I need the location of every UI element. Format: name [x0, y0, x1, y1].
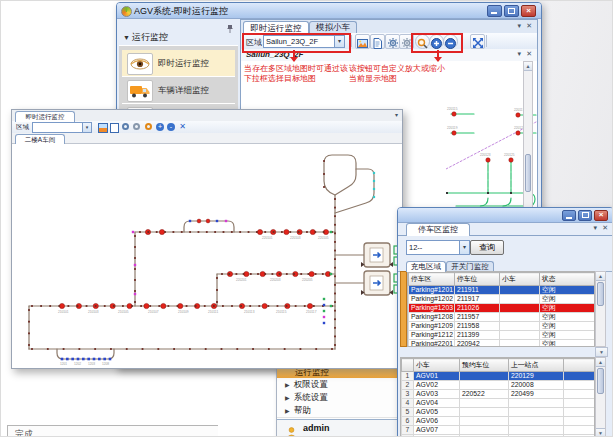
- zoom-out-button[interactable]: [443, 34, 458, 49]
- parking-window-titlebar[interactable]: ×: [398, 208, 613, 223]
- col-header-status[interactable]: 状态: [540, 273, 595, 286]
- panel-close-icon[interactable]: ✕: [526, 50, 532, 58]
- main-window-titlebar[interactable]: AGV系统-即时运行监控 ×: [117, 3, 541, 19]
- diagram-subtab[interactable]: 二楼A车间: [15, 134, 65, 144]
- table-row[interactable]: Parking#2201220942空闲: [409, 340, 595, 348]
- parking-table-body: Parking#1201211911空闲Parking#1202211917空闲…: [409, 286, 595, 348]
- user-row[interactable]: admin: [277, 420, 402, 437]
- tab-simulate-cart[interactable]: 模拟小车: [309, 21, 357, 33]
- region-label: 区域: [16, 123, 29, 132]
- table-row[interactable]: Parking#1209211958空闲: [409, 322, 595, 331]
- table-row[interactable]: Parking#1202211917空闲: [409, 295, 595, 304]
- region-combobox[interactable]: ▾: [32, 122, 92, 133]
- svg-text:210113: 210113: [244, 310, 255, 314]
- settings-button[interactable]: [385, 34, 400, 49]
- region-combobox[interactable]: Sailun_23Q_2F ▾: [263, 35, 345, 48]
- scrollbar-thumb[interactable]: [597, 282, 604, 306]
- nav-item-help[interactable]: ▶帮助: [277, 404, 402, 418]
- scrollbar-thumb[interactable]: [597, 368, 604, 394]
- table-row[interactable]: 7AGV07: [402, 426, 596, 435]
- panel-close-icon[interactable]: ✕: [526, 22, 532, 30]
- map-image-button[interactable]: [355, 34, 370, 49]
- route-network-canvas[interactable]: 2101012101032101052101072101092101112101…: [14, 143, 400, 366]
- document-icon[interactable]: [110, 123, 119, 133]
- minimize-button[interactable]: [562, 210, 576, 221]
- table-row[interactable]: Parking#1212211399空闲: [409, 331, 595, 340]
- fit-view-button[interactable]: [470, 34, 485, 49]
- panel-close-icon[interactable]: ✕: [602, 224, 608, 232]
- map-toolbar: 区域 Sailun_23Q_2F ▾: [241, 33, 537, 50]
- sidebar-item-vehicle-detail[interactable]: 车辆详细监控: [122, 77, 235, 105]
- svg-text:220201: 220201: [236, 278, 247, 282]
- svg-text:220101: 220101: [262, 236, 273, 240]
- nav-item-system-settings[interactable]: ▶系统设置: [277, 391, 402, 405]
- table-row[interactable]: Parking#1201211911空闲: [409, 286, 595, 295]
- sidebar-item-label: 即时运行监控: [158, 58, 209, 70]
- svg-text:1203: 1203: [88, 362, 95, 366]
- orange-strip: [400, 271, 407, 347]
- panel-menu-icon[interactable]: ▾: [395, 111, 398, 118]
- scroll-down-icon[interactable]: ▼: [596, 428, 605, 437]
- panel-menu-icon[interactable]: ▾: [593, 224, 597, 232]
- col-header-reserved-spot[interactable]: 预约车位: [460, 359, 509, 372]
- svg-text:210117: 210117: [306, 310, 317, 314]
- scroll-down-icon[interactable]: ▼: [595, 347, 608, 357]
- maximize-button[interactable]: [504, 5, 519, 17]
- tab-parking-monitor[interactable]: 停车区监控: [406, 223, 470, 236]
- table-row[interactable]: 1AGV01220129: [402, 372, 596, 381]
- table-row[interactable]: 4AGV04: [402, 399, 596, 408]
- scroll-up-icon[interactable]: ▲: [524, 62, 532, 71]
- col-header-parking-spot[interactable]: 停车位: [455, 273, 500, 286]
- sidebar-pin[interactable]: [226, 20, 234, 38]
- scrollbar-thumb[interactable]: [525, 154, 531, 192]
- panel-menu-icon[interactable]: ▾: [517, 50, 521, 58]
- svg-text:1208: 1208: [102, 362, 109, 366]
- copy-view-button[interactable]: [370, 34, 385, 49]
- col-header-parking-area[interactable]: 停车区: [409, 273, 455, 286]
- annotation-text-dropdown: 当存在多区域地图时可通过该 下拉框选择目标地图: [244, 64, 348, 84]
- table-row[interactable]: 6AGV06: [402, 417, 596, 426]
- agv-table: 小车 预约车位 上一站点 1AGV012201292AGV022200083AG…: [401, 358, 595, 437]
- parking-table-scrollbar[interactable]: ▲: [595, 271, 606, 347]
- table-row[interactable]: Parking#1208211957空闲: [409, 313, 595, 322]
- minimize-button[interactable]: [487, 5, 502, 17]
- svg-text:210109: 210109: [178, 310, 189, 314]
- close-button[interactable]: ×: [594, 210, 608, 221]
- close-button[interactable]: ×: [521, 5, 536, 17]
- custom-zoom-button[interactable]: [415, 34, 430, 49]
- col-header-cart[interactable]: 小车: [414, 359, 460, 372]
- fit-arrows-icon[interactable]: ✕: [178, 122, 187, 131]
- plus-icon[interactable]: +: [156, 123, 164, 131]
- gear-icon[interactable]: [133, 123, 140, 130]
- table-row[interactable]: Parking#1203211026空闲: [409, 304, 595, 313]
- query-button[interactable]: 查询: [470, 240, 504, 255]
- plus-icon: [431, 38, 442, 49]
- scroll-up-icon[interactable]: ▲: [596, 272, 605, 281]
- zoom-in-button[interactable]: [429, 34, 444, 49]
- table-row[interactable]: 3AGV03220522220499: [402, 390, 596, 399]
- maximize-button[interactable]: [578, 210, 592, 221]
- subtab-charging-area[interactable]: 充电区域: [406, 261, 446, 272]
- annotation-text-zoom: 该按钮可自定义放大或缩小 当前显示地图: [349, 64, 445, 84]
- diagram-tab[interactable]: 即时运行监控: [15, 111, 75, 122]
- sidebar-item-realtime-monitor[interactable]: 即时运行监控: [122, 50, 235, 78]
- col-header-cart[interactable]: 小车: [500, 273, 540, 286]
- map-image-icon[interactable]: [98, 123, 108, 133]
- parking-filter-combobox[interactable]: 12-- ▾: [406, 240, 470, 255]
- panel-menu-icon[interactable]: ▾: [517, 22, 521, 30]
- col-header-last-station[interactable]: 上一站点: [509, 359, 564, 372]
- advanced-settings-button[interactable]: [399, 34, 414, 49]
- sidebar-group-header[interactable]: ▼ 运行监控: [123, 31, 168, 44]
- tab-realtime-monitor[interactable]: 即时运行监控: [243, 21, 309, 34]
- region-label: 区域: [246, 37, 262, 48]
- svg-text:220105: 220105: [318, 236, 329, 240]
- table-row[interactable]: 2AGV02220008: [402, 381, 596, 390]
- svg-text:220203: 220203: [270, 278, 281, 282]
- table-row[interactable]: 5AGV05: [402, 408, 596, 417]
- agv-table-scrollbar[interactable]: ▲ ▼: [595, 357, 606, 437]
- nav-item-permission-settings[interactable]: ▶权限设置: [277, 378, 402, 392]
- magnifier-icon[interactable]: [145, 123, 152, 130]
- gear-icon[interactable]: [122, 123, 129, 130]
- scroll-up-icon[interactable]: ▲: [596, 358, 605, 367]
- minus-icon[interactable]: -: [167, 123, 175, 131]
